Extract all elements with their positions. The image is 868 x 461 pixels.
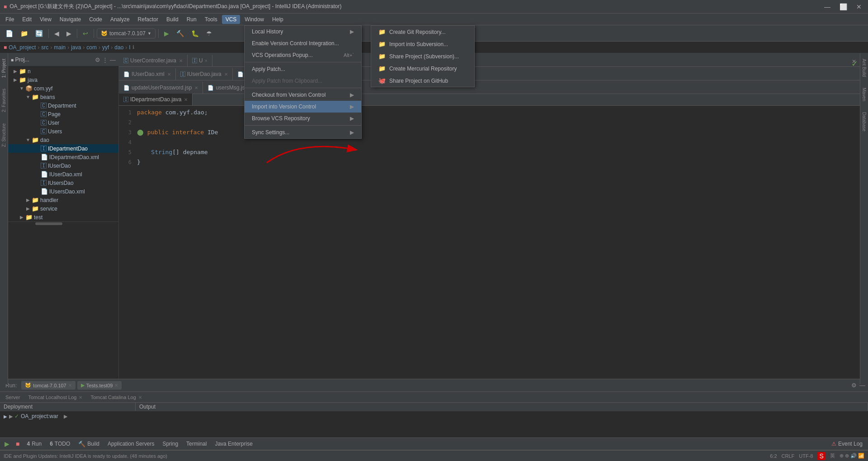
run-tab-tomcat[interactable]: 🐱 tomcat-7.0.107 ✕ <box>21 381 75 390</box>
tab-iuserdao-xml[interactable]: 📄 IUserDao.xml ✕ <box>119 68 176 80</box>
vcs-menu-operations-popup[interactable]: VCS Operations Popup... Alt+` <box>245 49 361 61</box>
menu-vcs[interactable]: VCS <box>222 15 241 24</box>
run-subtab-close[interactable]: ✕ <box>138 395 142 400</box>
menu-tools[interactable]: Tools <box>201 15 221 24</box>
tree-item-department[interactable]: 🇨 Department <box>8 101 118 110</box>
minimize-button[interactable]: — <box>821 2 833 11</box>
sidebar-tab-structure[interactable]: Z: Structure <box>0 118 7 152</box>
tab-close[interactable]: ✕ <box>167 72 171 77</box>
sidebar-tab-favorites[interactable]: 2: Favorites <box>0 83 7 118</box>
tab-idepartmentdao-java[interactable]: 🇮 IDepartmentDao.java ✕ <box>119 94 193 105</box>
tree-item-n[interactable]: ▶ 📁 n <box>8 67 118 75</box>
run-subtab-tomcat-catalina[interactable]: Tomcat Catalina Log ✕ <box>87 394 145 401</box>
run-button[interactable]: ▶ <box>161 28 172 39</box>
tree-item-idepartmentdao[interactable]: 🇮 IDepartmentDao <box>8 144 118 153</box>
run-expand-2[interactable]: ▶ <box>9 414 13 419</box>
bottom-btn-terminal[interactable]: Terminal <box>183 439 210 448</box>
tab-close[interactable]: ✕ <box>184 97 188 102</box>
breadcrumb-i[interactable]: I <box>129 44 130 51</box>
coverage-button[interactable]: ☂ <box>203 28 215 39</box>
scrollbar-thumb[interactable] <box>35 222 62 225</box>
run-subtab-server[interactable]: Server <box>2 394 24 401</box>
bottom-btn-spring[interactable]: Spring <box>159 439 182 448</box>
bottom-btn-run[interactable]: 4 Run <box>23 439 45 448</box>
tab-close[interactable]: ✕ <box>179 58 183 63</box>
tab-close[interactable]: ✕ <box>224 72 228 77</box>
vcs-menu-browse[interactable]: Browse VCS Repository ▶ <box>245 113 361 124</box>
breadcrumb-com[interactable]: com <box>86 44 97 51</box>
menu-navigate[interactable]: Navigate <box>56 15 85 24</box>
run-subtab-close[interactable]: ✕ <box>79 395 82 400</box>
bottom-btn-todo[interactable]: 6 TODO <box>46 439 74 448</box>
breadcrumb-project[interactable]: OA_project <box>9 44 36 51</box>
forward-button[interactable]: ▶ <box>64 28 74 39</box>
status-crlf[interactable]: CRLF <box>782 453 795 459</box>
run-subtab-tomcat-localhost[interactable]: Tomcat Localhost Log ✕ <box>24 394 86 401</box>
debug-button[interactable]: 🐛 <box>189 28 202 39</box>
run-expand-icon[interactable]: ▶ <box>4 414 7 419</box>
debug-build-button[interactable]: 🔨 <box>174 28 187 39</box>
menu-refactor[interactable]: Refactor <box>134 15 162 24</box>
run-control-stop[interactable]: ■ <box>13 438 22 449</box>
vcs-menu-apply-patch[interactable]: Apply Patch... <box>245 63 361 75</box>
run-settings-icon[interactable]: ⚙ <box>851 382 857 389</box>
breadcrumb-dao[interactable]: dao <box>114 44 123 51</box>
bottom-btn-java-enterprise[interactable]: Java Enterprise <box>211 439 256 448</box>
tree-item-beans[interactable]: ▼ 📁 beans <box>8 93 118 101</box>
run-control-play[interactable]: ▶ <box>2 438 12 449</box>
breadcrumb-yyf[interactable]: yyf <box>102 44 109 51</box>
run-tab-close[interactable]: ✕ <box>114 383 118 388</box>
tree-item-test[interactable]: ▶ 📁 test <box>8 213 118 221</box>
menu-run[interactable]: Run <box>183 15 200 24</box>
status-encoding[interactable]: UTF-8 <box>799 453 813 459</box>
menu-help[interactable]: Help <box>269 15 287 24</box>
menu-edit[interactable]: Edit <box>19 15 35 24</box>
tab-updateuserpassword[interactable]: 📄 updateUserPassword.jsp ✕ <box>119 82 203 94</box>
bottom-btn-build[interactable]: 🔨 Build <box>75 439 103 449</box>
sidebar-tab-database[interactable]: Database <box>861 107 868 137</box>
scrollbar-h[interactable] <box>8 221 118 225</box>
undo-button[interactable]: ↩ <box>80 28 91 39</box>
breadcrumb-main[interactable]: main <box>54 44 66 51</box>
tab-iuserdao-java[interactable]: 🇮 IUserDao.java ✕ <box>176 68 233 80</box>
new-file-button[interactable]: 📄 <box>3 28 16 39</box>
breadcrumb-src[interactable]: src <box>41 44 48 51</box>
menu-code[interactable]: Code <box>85 15 106 24</box>
submenu-import-svn[interactable]: 📁 Import into Subversion... <box>371 38 474 50</box>
tree-item-java[interactable]: ▶ 📁 java <box>8 75 118 84</box>
tree-item-iuserdao-xml[interactable]: 📄 IUserDao.xml <box>8 170 118 179</box>
tree-item-iuserdao[interactable]: 🇮 IUserDao <box>8 161 118 170</box>
vcs-menu-checkout[interactable]: Checkout from Version Control ▶ <box>245 89 361 101</box>
menu-file[interactable]: File <box>2 15 18 24</box>
tree-item-idepartmentdao-xml[interactable]: 📄 IDepartmentDao.xml <box>8 153 118 161</box>
sidebar-tab-ant[interactable]: Ant Build <box>861 53 868 82</box>
project-settings-icon[interactable]: ⋮ <box>102 56 108 63</box>
open-button[interactable]: 📁 <box>18 28 31 39</box>
run-tab-tests[interactable]: ▶ Tests.test09 ✕ <box>77 381 122 390</box>
sidebar-tab-project[interactable]: 1: Project <box>0 53 7 83</box>
tree-item-iusersdao-xml[interactable]: 📄 IUsersDao.xml <box>8 187 118 196</box>
tab-close[interactable]: ✕ <box>194 85 198 90</box>
tree-item-page[interactable]: 🇨 Page <box>8 110 118 118</box>
tree-item-iusersdao[interactable]: 🇮 IUsersDao <box>8 179 118 187</box>
tree-item-handler[interactable]: ▶ 📁 handler <box>8 196 118 204</box>
tree-item-service[interactable]: ▶ 📁 service <box>8 204 118 213</box>
menu-window[interactable]: Window <box>241 15 268 24</box>
menu-view[interactable]: View <box>36 15 55 24</box>
close-button[interactable]: ✕ <box>854 2 864 11</box>
menu-analyze[interactable]: Analyze <box>107 15 133 24</box>
tomcat-selector[interactable]: 🐱 tomcat-7.0.107 ▼ <box>97 28 156 38</box>
sync-button[interactable]: 🔄 <box>33 28 46 39</box>
submenu-create-mercurial[interactable]: 📁 Create Mercurial Repository <box>371 62 474 75</box>
sidebar-tab-maven[interactable]: Maven <box>861 82 868 107</box>
tree-item-user[interactable]: 🇨 User <box>8 118 118 127</box>
tab-usercontroller[interactable]: 🇨 UserController.java ✕ <box>119 55 188 66</box>
vcs-menu-sync[interactable]: Sync Settings... ▶ <box>245 127 361 138</box>
bottom-btn-appservers[interactable]: Application Servers <box>104 439 158 448</box>
bottom-btn-event-log[interactable]: ⚠ Event Log <box>828 439 866 448</box>
tree-item-users[interactable]: 🇨 Users <box>8 127 118 136</box>
vcs-menu-enable-vcs[interactable]: Enable Version Control Integration... <box>245 38 361 49</box>
submenu-share-svn[interactable]: 📁 Share Project (Subversion)... <box>371 50 474 62</box>
vcs-menu-import[interactable]: Import into Version Control ▶ <box>245 101 361 113</box>
tree-item-dao[interactable]: ▼ 📁 dao <box>8 136 118 144</box>
